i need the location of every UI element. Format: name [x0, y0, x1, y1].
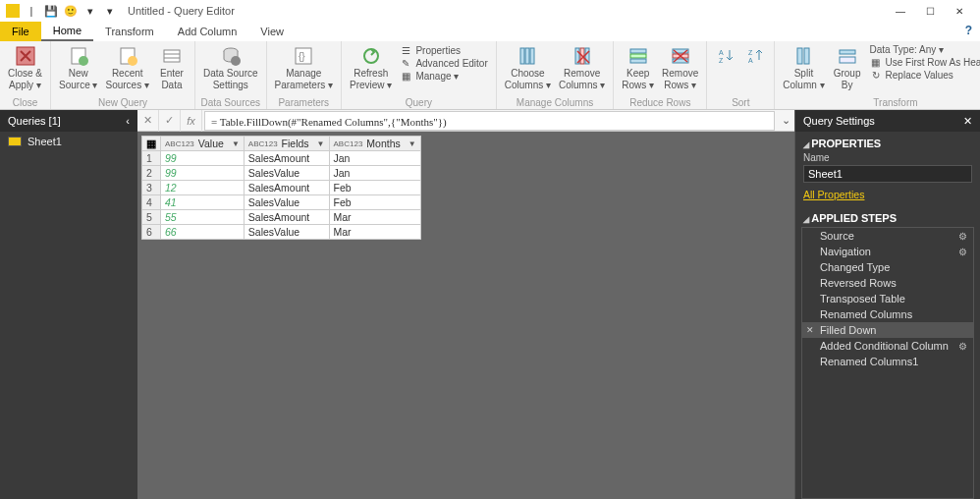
formula-bar: ✕ ✓ fx = Table.FillDown(#"Renamed Column… [137, 110, 794, 132]
svg-text:Z: Z [719, 57, 724, 64]
redo-icon[interactable]: ▾ [102, 3, 118, 19]
new-source-button[interactable]: New Source ▾ [55, 43, 101, 92]
svg-text:A: A [719, 49, 724, 56]
replace-values-button[interactable]: ↻Replace Values [870, 69, 980, 81]
maximize-button[interactable]: ☐ [915, 0, 945, 22]
table-row[interactable]: 4 41 SalesValue Feb [142, 195, 421, 210]
applied-step[interactable]: Source⚙ [802, 228, 973, 244]
collapse-icon[interactable]: ‹ [126, 115, 130, 127]
delete-step-icon[interactable]: ✕ [806, 325, 814, 335]
tab-file[interactable]: File [0, 22, 41, 41]
cell-fields[interactable]: SalesAmount [244, 210, 329, 225]
cancel-formula-button[interactable]: ✕ [137, 110, 159, 132]
cell-fields[interactable]: SalesAmount [244, 151, 329, 166]
applied-step[interactable]: Reversed Rows [802, 275, 973, 291]
close-icon[interactable]: ✕ [963, 115, 972, 128]
cell-months[interactable]: Feb [329, 195, 420, 210]
remove-rows-button[interactable]: Remove Rows ▾ [658, 43, 702, 92]
accept-formula-button[interactable]: ✓ [159, 110, 181, 132]
table-row[interactable]: 2 99 SalesValue Jan [142, 166, 421, 181]
cell-months[interactable]: Mar [329, 210, 420, 225]
data-type-button[interactable]: Data Type: Any ▾ [870, 44, 980, 55]
quick-access-toolbar: | 💾 🙂 ▾ ▾ [6, 3, 118, 19]
group-by-button[interactable]: Group By [829, 43, 866, 92]
cell-months[interactable]: Mar [329, 225, 420, 240]
cell-value[interactable]: 55 [161, 210, 245, 225]
column-header-value[interactable]: ABC123Value▼ [161, 137, 245, 151]
group-label-query: Query [346, 97, 492, 109]
query-settings-header: Query Settings ✕ [795, 110, 980, 132]
cell-fields[interactable]: SalesValue [244, 166, 329, 181]
chevron-down-icon[interactable]: ▼ [403, 139, 416, 148]
applied-step[interactable]: Added Conditional Column⚙ [802, 338, 973, 354]
column-header-months[interactable]: ABC123Months▼ [329, 137, 420, 151]
sort-asc-icon: AZ [715, 45, 736, 67]
tab-view[interactable]: View [248, 22, 296, 41]
column-header-fields[interactable]: ABC123Fields▼ [244, 137, 329, 151]
keep-rows-button[interactable]: Keep Rows ▾ [618, 43, 658, 92]
save-icon[interactable]: 💾 [43, 3, 59, 19]
table-row[interactable]: 6 66 SalesValue Mar [142, 225, 421, 240]
table-row[interactable]: 3 12 SalesAmount Feb [142, 181, 421, 195]
refresh-preview-button[interactable]: Refresh Preview ▾ [346, 43, 396, 92]
cell-fields[interactable]: SalesAmount [244, 181, 329, 195]
formula-dropdown-button[interactable]: ⌄ [777, 114, 794, 127]
all-properties-link[interactable]: All Properties [795, 187, 980, 206]
formula-input[interactable]: = Table.FillDown(#"Renamed Columns",{"Mo… [204, 111, 775, 131]
applied-step[interactable]: ✕Filled Down [802, 322, 973, 338]
cell-value[interactable]: 99 [161, 166, 245, 181]
use-first-row-button[interactable]: ▦Use First Row As Headers ▾ [870, 56, 980, 68]
type-icon: ABC123 [248, 139, 278, 148]
manage-parameters-button[interactable]: {}Manage Parameters ▾ [271, 43, 337, 92]
applied-step[interactable]: Renamed Columns1 [802, 354, 973, 369]
applied-step[interactable]: Transposed Table [802, 291, 973, 306]
properties-button[interactable]: ☰Properties [400, 44, 487, 56]
gear-icon[interactable]: ⚙ [958, 231, 967, 242]
close-window-button[interactable]: ✕ [945, 0, 974, 22]
cell-value[interactable]: 12 [161, 181, 245, 195]
advanced-editor-button[interactable]: ✎Advanced Editor [400, 57, 487, 69]
manage-button[interactable]: ▦Manage ▾ [400, 70, 487, 82]
table-corner[interactable]: ▦ [142, 137, 161, 151]
gear-icon[interactable]: ⚙ [958, 341, 967, 352]
divider: | [24, 3, 39, 19]
table-row[interactable]: 5 55 SalesAmount Mar [142, 210, 421, 225]
fx-button[interactable]: fx [181, 110, 202, 132]
sort-desc-button[interactable]: ZA [740, 43, 770, 70]
chevron-down-icon[interactable]: ▼ [311, 139, 325, 148]
applied-step[interactable]: Navigation⚙ [802, 244, 973, 259]
remove-columns-button[interactable]: Remove Columns ▾ [555, 43, 609, 92]
data-source-settings-button[interactable]: Data Source Settings [199, 43, 262, 92]
cell-value[interactable]: 99 [161, 151, 245, 166]
minimize-button[interactable]: — [886, 0, 915, 22]
table-row[interactable]: 1 99 SalesAmount Jan [142, 151, 421, 166]
cell-fields[interactable]: SalesValue [244, 225, 329, 240]
properties-section-title: PROPERTIES [795, 132, 980, 152]
query-item-sheet1[interactable]: Sheet1 [0, 132, 137, 151]
cell-months[interactable]: Feb [329, 181, 420, 195]
tab-home[interactable]: Home [41, 22, 93, 41]
close-apply-button[interactable]: Close & Apply ▾ [4, 43, 46, 92]
recent-sources-button[interactable]: Recent Sources ▾ [101, 43, 152, 92]
chevron-down-icon[interactable]: ▼ [226, 139, 240, 148]
split-column-button[interactable]: Split Column ▾ [779, 43, 828, 92]
group-label-datasources: Data Sources [199, 97, 262, 109]
enter-data-button[interactable]: Enter Data [153, 43, 191, 92]
cell-months[interactable]: Jan [329, 166, 420, 181]
cell-fields[interactable]: SalesValue [244, 195, 329, 210]
cell-months[interactable]: Jan [329, 151, 420, 166]
emoji-icon[interactable]: 🙂 [63, 3, 79, 19]
svg-rect-30 [804, 48, 809, 64]
applied-step[interactable]: Changed Type [802, 259, 973, 275]
cell-value[interactable]: 41 [161, 195, 245, 210]
undo-icon[interactable]: ▾ [82, 3, 98, 19]
choose-columns-button[interactable]: Choose Columns ▾ [501, 43, 555, 92]
help-icon[interactable]: ? [965, 24, 972, 37]
tab-add-column[interactable]: Add Column [166, 22, 249, 41]
gear-icon[interactable]: ⚙ [958, 247, 967, 257]
applied-step[interactable]: Renamed Columns [802, 306, 973, 322]
cell-value[interactable]: 66 [161, 225, 245, 240]
tab-transform[interactable]: Transform [93, 22, 166, 41]
sort-asc-button[interactable]: AZ [711, 43, 740, 70]
name-input[interactable] [803, 165, 972, 183]
